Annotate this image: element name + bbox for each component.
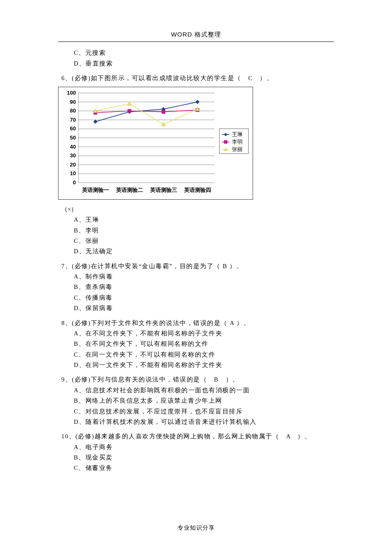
q6-option-d: D、无法确定	[74, 246, 334, 257]
svg-text:30: 30	[70, 153, 76, 159]
svg-text:张丽: 张丽	[232, 146, 243, 152]
q6-option-b: B、李明	[74, 225, 334, 236]
q7-option-d: D、保留病毒	[74, 303, 334, 313]
question-8: 8、(必修)下列对于文件和文件夹的说法中，错误的是（ A ）。 A、在不同文件夹…	[58, 318, 334, 371]
svg-text:10: 10	[70, 171, 76, 177]
question-7-stem: 7、(必修)在计算机中安装“金山毒霸”，目的是为了（ B ）。	[61, 261, 334, 271]
svg-text:90: 90	[70, 99, 76, 105]
svg-rect-29	[162, 110, 165, 114]
q9-option-c: C、对信息技术的发展，不应过度崇拜，也不应盲目排斥	[74, 406, 334, 417]
svg-text:20: 20	[70, 161, 76, 168]
q8-option-c: C、在同一文件夹下，不可以有相同名称的文件	[74, 350, 334, 360]
line-chart: 0102030405060708090100英语测验一英语测验二英语测验三英语测…	[58, 87, 334, 203]
q6-option-a: A、王琳	[74, 215, 334, 225]
svg-text:英语测验一: 英语测验一	[82, 187, 109, 193]
svg-text:70: 70	[70, 117, 76, 123]
svg-text:英语测验四: 英语测验四	[184, 187, 211, 193]
prev-question-options: C、元搜索 D、垂直搜索	[74, 48, 334, 69]
svg-text:100: 100	[67, 90, 76, 96]
option-d: D、垂直搜索	[74, 59, 334, 69]
q9-option-a: A、信息技术对社会的影响既有积极的一面也有消极的一面	[74, 385, 334, 396]
chart-svg: 0102030405060708090100英语测验一英语测验二英语测验三英语测…	[58, 87, 253, 200]
svg-text:40: 40	[70, 144, 76, 150]
svg-rect-28	[128, 110, 131, 113]
question-6-stem: 6、(必修)如下图所示，可以看出成绩波动比较大的学生是（ C ）。	[61, 73, 334, 83]
svg-text:50: 50	[70, 134, 76, 141]
question-8-stem: 8、(必修)下列对于文件和文件夹的说法中，错误的是（ A ）。	[61, 318, 334, 328]
svg-text:英语测验二: 英语测验二	[116, 187, 143, 193]
svg-text:王琳: 王琳	[232, 131, 243, 137]
q10-option-b: B、现金买卖	[74, 452, 334, 463]
question-9-stem: 9、(必修)下列与信息有关的说法中，错误的是（ B ）。	[61, 374, 334, 385]
question-9: 9、(必修)下列与信息有关的说法中，错误的是（ B ）。 A、信息技术对社会的影…	[58, 374, 334, 427]
svg-text:英语测验三: 英语测验三	[150, 187, 177, 193]
q10-option-c: C、储蓄业务	[74, 463, 334, 473]
question-6-note: （×）	[61, 204, 334, 215]
q7-option-b: B、查杀病毒	[74, 282, 334, 292]
q8-option-b: B、在不同文件夹下，可以有相同名称的文件	[74, 339, 334, 349]
q10-option-a: A、电子商务	[74, 442, 334, 452]
page-header: WORD 格式整理	[58, 29, 334, 42]
q7-option-a: A、制作病毒	[74, 271, 334, 282]
document-page: WORD 格式整理 C、元搜索 D、垂直搜索 6、(必修)如下图所示，可以看出成…	[0, 0, 392, 555]
svg-text:80: 80	[70, 108, 76, 114]
question-10-stem: 10、(必修)越来越多的人喜欢方便快捷的网上购物，那么网上购物属于（ A ）。	[61, 431, 334, 442]
q9-option-b: B、网络上的不良信息太多，应该禁止青少年上网	[74, 396, 334, 406]
question-7: 7、(必修)在计算机中安装“金山毒霸”，目的是为了（ B ）。 A、制作病毒 B…	[58, 261, 334, 314]
page-footer: 专业知识分享	[0, 523, 392, 533]
option-c: C、元搜索	[74, 48, 334, 58]
q6-option-c: C、张丽	[74, 236, 334, 246]
svg-text:0: 0	[73, 179, 76, 186]
svg-text:60: 60	[70, 126, 76, 132]
q7-option-c: C、传播病毒	[74, 293, 334, 303]
question-6: 6、(必修)如下图所示，可以看出成绩波动比较大的学生是（ C ）。 010203…	[58, 73, 334, 257]
svg-rect-34	[224, 141, 227, 144]
question-10: 10、(必修)越来越多的人喜欢方便快捷的网上购物，那么网上购物属于（ A ）。 …	[58, 431, 334, 474]
q8-option-a: A、在不同文件夹下，不能有相同名称的子文件夹	[74, 328, 334, 339]
q9-option-d: D、随着计算机技术的发展，可以通过语音来进行计算机输入	[74, 417, 334, 427]
q8-option-d: D、在同一文件夹下，不能有相同名称的子文件夹	[74, 360, 334, 370]
svg-text:李明: 李明	[232, 139, 243, 145]
